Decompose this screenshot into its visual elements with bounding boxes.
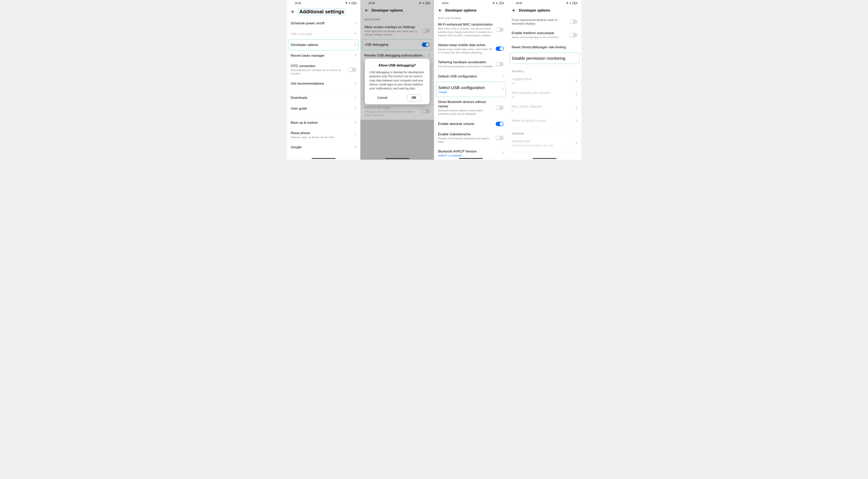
settings-item[interactable]: USB debugging — [362, 39, 432, 50]
cutoff-item: Wi-Fi scan throttling — [434, 15, 508, 20]
toggle-switch[interactable] — [422, 42, 430, 47]
chevron-right-icon — [355, 133, 356, 137]
item-title: Force experimental desktop mode on secon… — [512, 18, 567, 25]
item-title: Back up & restore — [291, 121, 353, 125]
settings-item[interactable]: Force experimental desktop mode on secon… — [508, 15, 581, 28]
item-title: Revoke USB debugging authorizations — [364, 53, 426, 58]
charging-icon — [348, 2, 350, 4]
settings-item[interactable]: Max requests per session10 — [508, 88, 581, 102]
settings-item[interactable]: Always keep mobile data activeAlways kee… — [434, 40, 508, 57]
status-bar: 16:0058 — [360, 0, 434, 5]
settings-item[interactable]: Back up & restore — [287, 117, 360, 128]
back-icon[interactable] — [438, 8, 442, 12]
page-title: Additional settings — [298, 8, 346, 15]
divider — [399, 95, 399, 101]
toggle-switch[interactable] — [496, 62, 504, 66]
toggle-switch[interactable] — [496, 122, 504, 126]
status-bar: 16:0058 — [287, 0, 360, 5]
settings-item[interactable]: Enable freeform sizecompatAllows sizecom… — [508, 28, 581, 42]
status-time: 16:02 — [442, 2, 448, 5]
battery-level: 58 — [351, 2, 356, 4]
item-subtitle: Debugged app waits for debugger to attac… — [364, 110, 420, 117]
item-subtitle: When this mode is enabled, this device's… — [438, 27, 494, 37]
settings-item[interactable]: Developer options — [289, 39, 358, 50]
chevron-right-icon — [355, 107, 356, 110]
settings-item[interactable]: Reset phoneNetwork, apps, or device can … — [287, 128, 360, 142]
toggle-switch[interactable] — [496, 28, 504, 32]
settings-item[interactable]: Tethering hardware accelerationUse tethe… — [434, 57, 508, 71]
toggle-switch[interactable] — [569, 33, 577, 37]
toggle-switch[interactable] — [422, 29, 430, 33]
nav-handle[interactable] — [533, 158, 557, 159]
settings-item[interactable]: Logging levelOff — [508, 74, 581, 88]
settings-item[interactable]: OTG connectionAutomatically turn off whe… — [287, 61, 360, 78]
settings-item[interactable]: Enable GabeldorscheEnables the Bluetooth… — [434, 129, 508, 147]
settings-item[interactable]: Shared dataThere is no shared data for t… — [508, 136, 581, 150]
wifi-icon — [566, 2, 569, 4]
status-icons: 58 — [566, 2, 577, 4]
item-title: Developer options — [291, 43, 352, 47]
settings-item[interactable]: Max visible datasets0 — [508, 102, 581, 115]
settings-item[interactable]: Bluetooth AVRCP VersionAVRCP 1.4 (Defaul… — [434, 147, 508, 160]
cancel-button[interactable]: Cancel — [373, 94, 391, 102]
battery-level: 57 — [499, 2, 503, 4]
chevron-right-icon — [355, 22, 356, 25]
toggle-switch[interactable] — [569, 20, 577, 24]
settings-item[interactable]: Reset ShortcutManager rate-limiting — [508, 42, 581, 53]
item-title: Recent tasks manager — [291, 54, 353, 58]
toggle-switch[interactable] — [496, 105, 504, 110]
battery-icon: 58 — [425, 2, 430, 4]
settings-item[interactable]: Disable permission monitoring — [510, 53, 579, 64]
settings-item[interactable]: Schedule power on/off — [287, 18, 360, 29]
settings-item[interactable]: User guide — [287, 103, 360, 114]
ok-button[interactable]: OK — [407, 94, 421, 101]
chevron-right-icon — [355, 32, 356, 36]
item-title: Logging level — [512, 77, 574, 81]
item-title: Always keep mobile data active — [438, 43, 494, 47]
item-title: Reset phone — [291, 131, 353, 135]
screen-additional-settings: 16:0058Additional settingsSchedule power… — [287, 0, 360, 160]
nav-handle[interactable] — [312, 158, 336, 159]
item-title: Show Bluetooth devices without names — [438, 100, 494, 108]
settings-item[interactable]: Reset to default values — [508, 115, 581, 126]
item-title: Enable absolute volume — [438, 122, 494, 126]
battery-icon: 58 — [351, 2, 356, 4]
item-title: Enable freeform sizecompat — [512, 31, 567, 35]
back-icon[interactable] — [291, 9, 295, 14]
item-title: Tethering hardware acceleration — [438, 60, 494, 64]
settings-item[interactable]: SIM card apps — [287, 29, 360, 39]
page-header: Developer options — [434, 5, 508, 15]
battery-level: 58 — [572, 2, 577, 4]
nav-handle[interactable] — [459, 158, 483, 159]
chevron-right-icon — [355, 96, 356, 100]
settings-item[interactable]: Wi-Fi-enhanced MAC randomizationWhen thi… — [434, 20, 508, 40]
toggle-switch[interactable] — [348, 67, 356, 72]
item-subtitle: Always keep mobile data active, even whe… — [438, 48, 494, 55]
back-icon[interactable] — [364, 8, 369, 12]
settings-item[interactable]: Select USB configurationCharge — [436, 82, 506, 97]
toggle-switch[interactable] — [422, 109, 430, 114]
settings-item[interactable]: Google — [287, 142, 360, 153]
settings-item[interactable]: Wait for debuggerDebugged app waits for … — [360, 103, 434, 120]
settings-item[interactable]: Get recommendations — [287, 78, 360, 89]
toggle-switch[interactable] — [496, 136, 504, 140]
item-subtitle: Use tethering hardware acceleration if a… — [438, 65, 494, 68]
settings-item[interactable]: Default USB configuration — [434, 71, 508, 82]
battery-icon: 58 — [572, 2, 577, 4]
settings-item[interactable]: Recent tasks manager — [287, 50, 360, 61]
item-title: Max visible datasets — [512, 104, 574, 109]
divider — [291, 91, 356, 91]
divider — [291, 116, 356, 116]
item-title: Select USB configuration — [438, 85, 500, 90]
chevron-right-icon — [502, 75, 504, 78]
nav-handle[interactable] — [385, 158, 409, 159]
page-header: Additional settings — [287, 5, 360, 18]
settings-item[interactable]: Enable absolute volume — [434, 119, 508, 129]
toggle-switch[interactable] — [496, 46, 504, 51]
charging-icon — [422, 2, 424, 4]
item-title: Wait for debugger — [364, 105, 420, 110]
settings-item[interactable]: Downloads — [287, 92, 360, 103]
settings-item[interactable]: Allow screen overlays on SettingsAllow a… — [360, 22, 434, 39]
back-icon[interactable] — [512, 8, 516, 12]
settings-item[interactable]: Show Bluetooth devices without namesBlue… — [434, 97, 508, 119]
